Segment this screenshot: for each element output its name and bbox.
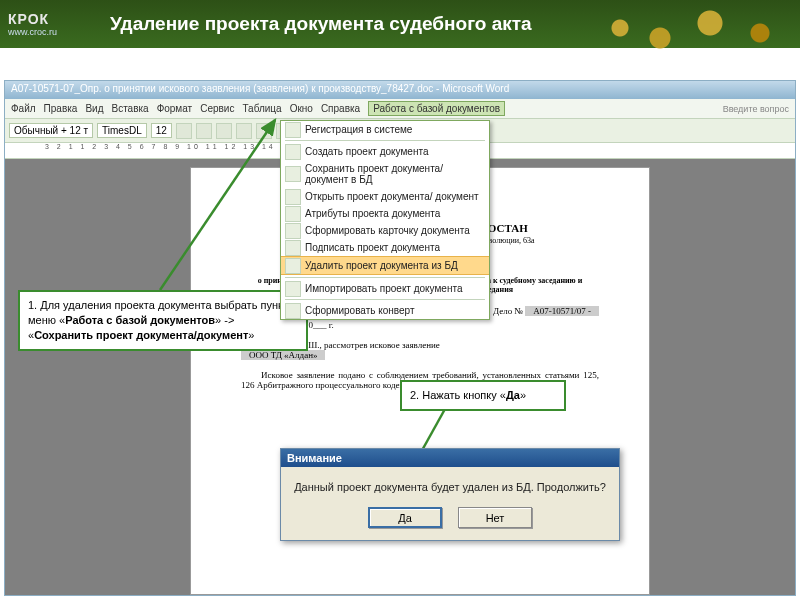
italic-icon[interactable] bbox=[196, 123, 212, 139]
dd-open[interactable]: Открыть проект документа/ документ bbox=[281, 188, 489, 205]
menu-view[interactable]: Вид bbox=[85, 103, 103, 114]
yes-button[interactable]: Да bbox=[368, 507, 442, 528]
dd-card[interactable]: Сформировать карточку документа bbox=[281, 222, 489, 239]
dialog-text: Данный проект документа будет удален из … bbox=[281, 467, 619, 499]
brand-bar: КРОК www.croc.ru Удаление проекта докуме… bbox=[0, 0, 800, 48]
dialog-title: Внимание bbox=[281, 449, 619, 467]
menu-edit[interactable]: Правка bbox=[44, 103, 78, 114]
logo-url: www.croc.ru bbox=[8, 27, 100, 37]
dd-delete[interactable]: Удалить проект документа из БД bbox=[281, 256, 489, 275]
callout-step-2: 2. Нажать кнопку «Да» bbox=[400, 380, 566, 411]
dd-save[interactable]: Сохранить проект документа/ документ в Б… bbox=[281, 160, 489, 188]
no-button[interactable]: Нет bbox=[458, 507, 532, 528]
db-dropdown-menu: Регистрация в системе Создать проект док… bbox=[280, 120, 490, 320]
font-select[interactable]: TimesDL bbox=[97, 123, 147, 138]
dd-import[interactable]: Импортировать проект документа bbox=[281, 280, 489, 297]
menu-window[interactable]: Окно bbox=[290, 103, 313, 114]
size-select[interactable]: 12 bbox=[151, 123, 172, 138]
menu-file[interactable]: Файл bbox=[11, 103, 36, 114]
help-input[interactable]: Введите вопрос bbox=[723, 104, 789, 114]
menu-help[interactable]: Справка bbox=[321, 103, 360, 114]
menu-table[interactable]: Таблица bbox=[242, 103, 281, 114]
dd-sep bbox=[285, 299, 485, 300]
align-center-icon[interactable] bbox=[256, 123, 272, 139]
dialog-buttons: Да Нет bbox=[281, 499, 619, 540]
callout-step-1: 1. Для удаления проекта документа выбрат… bbox=[18, 290, 308, 351]
dd-sep bbox=[285, 277, 485, 278]
underline-icon[interactable] bbox=[216, 123, 232, 139]
decor-spheres bbox=[600, 8, 800, 68]
logo-text: КРОК bbox=[8, 11, 100, 27]
confirm-dialog: Внимание Данный проект документа будет у… bbox=[280, 448, 620, 541]
word-title-bar: A07-10571-07_Опр. о принятии искового за… bbox=[5, 81, 795, 99]
style-select[interactable]: Обычный + 12 т bbox=[9, 123, 93, 138]
case-label: Дело № А07-10571/07 - bbox=[493, 306, 599, 316]
dd-envelope[interactable]: Сформировать конверт bbox=[281, 302, 489, 319]
dd-create[interactable]: Создать проект документа bbox=[281, 143, 489, 160]
dd-register[interactable]: Регистрация в системе bbox=[281, 121, 489, 138]
dd-attrs[interactable]: Атрибуты проекта документа bbox=[281, 205, 489, 222]
align-left-icon[interactable] bbox=[236, 123, 252, 139]
logo: КРОК www.croc.ru bbox=[0, 11, 100, 37]
bold-icon[interactable] bbox=[176, 123, 192, 139]
menu-format[interactable]: Формат bbox=[157, 103, 193, 114]
menu-insert[interactable]: Вставка bbox=[111, 103, 148, 114]
menu-db-work[interactable]: Работа с базой документов bbox=[368, 101, 505, 116]
menu-tools[interactable]: Сервис bbox=[200, 103, 234, 114]
menu-bar: Файл Правка Вид Вставка Формат Сервис Та… bbox=[5, 99, 795, 119]
dd-sep bbox=[285, 140, 485, 141]
dd-sign[interactable]: Подписать проект документа bbox=[281, 239, 489, 256]
